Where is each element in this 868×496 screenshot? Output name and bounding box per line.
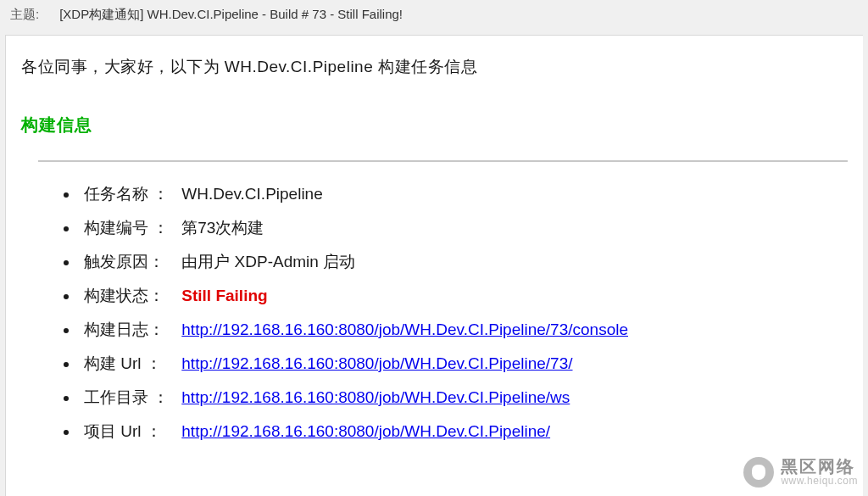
item-label: 构建状态： — [84, 279, 177, 313]
build-info-list: 任务名称 ： WH.Dev.CI.Pipeline 构建编号 ： 第73次构建 … — [21, 177, 848, 449]
watermark-cn: 黑区网络 — [781, 458, 858, 476]
item-label: 项目 Url ： — [84, 415, 177, 449]
item-label: 构建日志： — [84, 313, 177, 347]
watermark-icon — [743, 457, 774, 488]
email-body: 各位同事，大家好，以下为 WH.Dev.CI.Pipeline 构建任务信息 构… — [5, 35, 863, 496]
watermark-url: www.heiqu.com — [781, 476, 858, 487]
item-value: 由用户 XDP-Admin 启动 — [181, 253, 355, 270]
item-label: 触发原因： — [84, 245, 177, 279]
workspace-link[interactable]: http://192.168.16.160:8080/job/WH.Dev.CI… — [181, 388, 570, 406]
item-value: WH.Dev.CI.Pipeline — [181, 185, 322, 203]
item-value: 第73次构建 — [181, 219, 264, 237]
item-label: 任务名称 ： — [84, 177, 177, 211]
list-item: 任务名称 ： WH.Dev.CI.Pipeline — [79, 177, 848, 211]
list-item: 工作目录 ： http://192.168.16.160:8080/job/WH… — [79, 381, 848, 415]
build-url-link[interactable]: http://192.168.16.160:8080/job/WH.Dev.CI… — [181, 354, 572, 372]
item-label: 构建编号 ： — [84, 211, 177, 245]
watermark: 黑区网络 www.heiqu.com — [743, 457, 858, 488]
subject-label: 主题: — [10, 7, 39, 23]
item-label: 工作目录 ： — [84, 381, 177, 415]
list-item: 构建编号 ： 第73次构建 — [79, 211, 848, 245]
subject-value: [XDP构建通知] WH.Dev.CI.Pipeline - Build # 7… — [59, 7, 403, 23]
build-log-link[interactable]: http://192.168.16.160:8080/job/WH.Dev.CI… — [181, 320, 628, 338]
list-item: 构建 Url ： http://192.168.16.160:8080/job/… — [79, 347, 848, 381]
build-status-value: Still Failing — [181, 287, 267, 304]
list-item: 构建状态： Still Failing — [79, 279, 848, 313]
divider — [38, 160, 848, 162]
section-title: 构建信息 — [21, 114, 848, 137]
list-item: 构建日志： http://192.168.16.160:8080/job/WH.… — [79, 313, 848, 347]
greeting-text: 各位同事，大家好，以下为 WH.Dev.CI.Pipeline 构建任务信息 — [21, 56, 848, 78]
project-url-link[interactable]: http://192.168.16.160:8080/job/WH.Dev.CI… — [181, 422, 550, 440]
list-item: 触发原因： 由用户 XDP-Admin 启动 — [79, 245, 848, 279]
list-item: 项目 Url ： http://192.168.16.160:8080/job/… — [79, 415, 848, 449]
item-label: 构建 Url ： — [84, 347, 177, 381]
watermark-text: 黑区网络 www.heiqu.com — [781, 458, 858, 487]
email-subject-bar: 主题: [XDP构建通知] WH.Dev.CI.Pipeline - Build… — [0, 0, 868, 30]
